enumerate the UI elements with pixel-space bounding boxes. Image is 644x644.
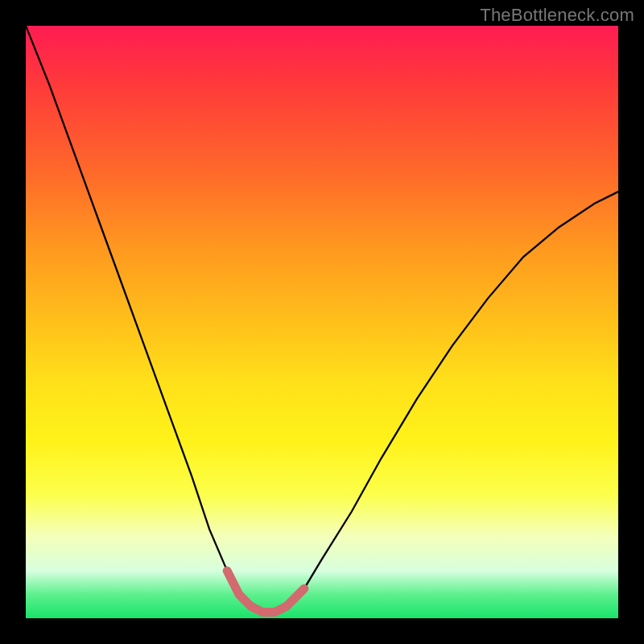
watermark-text: TheBottleneck.com xyxy=(480,5,634,26)
optimal-region-highlight xyxy=(227,571,304,613)
bottleneck-curve-svg xyxy=(26,26,618,618)
bottleneck-curve xyxy=(26,26,618,613)
plot-area xyxy=(26,26,618,618)
chart-frame: TheBottleneck.com xyxy=(0,0,644,644)
